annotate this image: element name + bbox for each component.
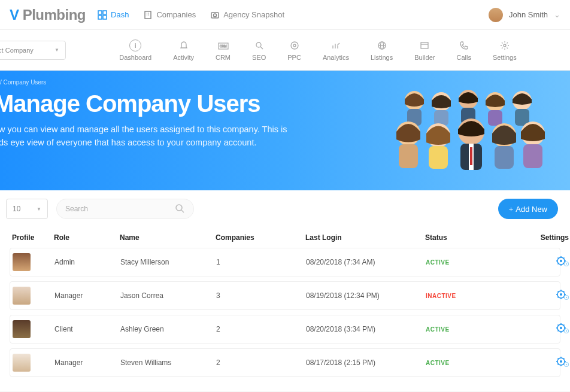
row-settings-button[interactable]: [510, 357, 569, 369]
subnav-ppc[interactable]: PPC: [287, 39, 301, 61]
svg-text:CRM: CRM: [220, 44, 226, 48]
avatar: [13, 320, 31, 338]
phone-icon: [458, 39, 470, 51]
cell-name: Jason Correa: [120, 291, 210, 300]
svg-point-54: [566, 263, 567, 264]
svg-rect-4: [145, 11, 151, 19]
cell-companies: 2: [216, 325, 300, 333]
topnav-companies[interactable]: Companies: [143, 10, 196, 20]
people-illustration: [390, 83, 546, 178]
status-badge: ACTIVE: [426, 259, 504, 266]
row-settings-button[interactable]: [510, 323, 569, 336]
status-badge: INACTIVE: [426, 293, 504, 299]
svg-rect-0: [98, 11, 102, 14]
info-icon: i: [129, 39, 141, 51]
svg-point-26: [504, 44, 506, 47]
svg-rect-48: [523, 144, 542, 168]
cell-role: Client: [54, 325, 114, 333]
cell-lastlogin: 08/17/2018 (2:15 PM): [306, 358, 420, 367]
subnav-activity[interactable]: Activity: [173, 39, 194, 61]
th-status: Status: [425, 233, 503, 242]
svg-line-20: [337, 43, 339, 45]
cell-name: Steven Williams: [120, 358, 210, 367]
svg-rect-3: [103, 16, 107, 19]
plus-icon: +: [509, 205, 514, 214]
svg-rect-44: [470, 147, 472, 165]
svg-point-58: [566, 296, 567, 297]
pagesize-select[interactable]: 10 ▼: [6, 199, 48, 219]
topnav-dash[interactable]: Dash: [98, 10, 129, 20]
cell-companies: 3: [216, 291, 300, 300]
target-icon: [289, 39, 301, 51]
company-select[interactable]: ect Company ▼: [0, 41, 66, 60]
page-subtitle: ow you can view and manage all the users…: [0, 123, 329, 150]
svg-line-14: [260, 47, 263, 49]
avatar: [13, 354, 31, 372]
cell-companies: 1: [216, 258, 300, 266]
status-badge: ACTIVE: [426, 326, 504, 333]
svg-point-56: [560, 293, 562, 296]
seo-icon: [253, 39, 265, 51]
search-input[interactable]: Search: [56, 199, 194, 219]
svg-rect-2: [98, 16, 102, 19]
subnav-calls[interactable]: Calls: [456, 39, 471, 61]
cell-companies: 2: [216, 358, 300, 367]
cell-role: Manager: [54, 291, 114, 300]
svg-rect-38: [399, 144, 418, 168]
camera-icon: [210, 10, 220, 20]
user-menu[interactable]: John Smith ⌄: [489, 8, 560, 22]
subnav-analytics[interactable]: Analytics: [323, 39, 349, 61]
subnav-listings[interactable]: Listings: [371, 39, 393, 61]
svg-point-13: [256, 42, 261, 47]
table-row[interactable]: ClientAshley Green208/20/2018 (3:34 PM)A…: [10, 315, 560, 344]
svg-line-50: [181, 210, 184, 212]
caret-down-icon: ▼: [54, 47, 59, 53]
dashboard-icon: [98, 10, 107, 20]
cell-lastlogin: 08/20/2018 (3:34 PM): [306, 325, 420, 333]
subnav-dashboard[interactable]: iDashboard: [119, 39, 151, 61]
cell-lastlogin: 08/20/2018 (7:34 AM): [306, 258, 420, 266]
svg-point-49: [176, 205, 182, 211]
gear-icon: [499, 39, 511, 51]
svg-rect-1: [103, 11, 107, 14]
row-settings-button[interactable]: [510, 290, 569, 302]
crm-icon: CRM: [217, 39, 229, 51]
cell-lastlogin: 08/19/2018 (12:34 PM): [306, 291, 420, 300]
globe-icon: [376, 39, 388, 51]
cell-role: Admin: [54, 258, 114, 266]
svg-point-62: [566, 330, 567, 331]
table-row[interactable]: ManagerJason Correa308/19/2018 (12:34 PM…: [10, 281, 560, 310]
svg-point-60: [560, 327, 562, 329]
topnav-agency[interactable]: Agency Snapshot: [210, 10, 284, 20]
add-new-button[interactable]: + Add New: [498, 199, 558, 219]
th-role: Role: [54, 233, 114, 242]
table-row[interactable]: AdminStacy Millerson108/20/2018 (7:34 AM…: [10, 248, 560, 276]
cell-role: Manager: [54, 358, 114, 367]
table-row[interactable]: ManagerSteven Williams208/17/2018 (2:15 …: [10, 348, 560, 377]
svg-rect-40: [429, 146, 448, 169]
svg-point-64: [560, 360, 562, 363]
subnav-settings[interactable]: Settings: [493, 39, 517, 61]
svg-rect-30: [434, 110, 448, 126]
bell-icon: [178, 39, 190, 51]
status-badge: ACTIVE: [426, 360, 504, 366]
subnav-crm[interactable]: CRMCRM: [216, 39, 231, 61]
svg-point-15: [291, 42, 298, 49]
svg-point-66: [566, 363, 567, 364]
th-lastlogin: Last Login: [305, 233, 419, 242]
svg-point-16: [293, 44, 296, 47]
th-settings: Settings: [509, 233, 569, 242]
svg-rect-46: [495, 146, 514, 169]
cell-name: Stacy Millerson: [120, 258, 210, 266]
brand-logo: V Plumbing: [10, 7, 86, 23]
svg-rect-34: [488, 110, 502, 126]
caret-down-icon: ▼: [37, 206, 41, 212]
subnav-seo[interactable]: SEO: [252, 39, 266, 61]
builder-icon: [419, 39, 430, 51]
svg-rect-24: [421, 42, 428, 48]
th-profile: Profile: [12, 233, 48, 242]
row-settings-button[interactable]: [510, 256, 569, 269]
avatar: [13, 287, 31, 305]
svg-point-10: [214, 14, 217, 17]
subnav-builder[interactable]: Builder: [414, 39, 435, 61]
